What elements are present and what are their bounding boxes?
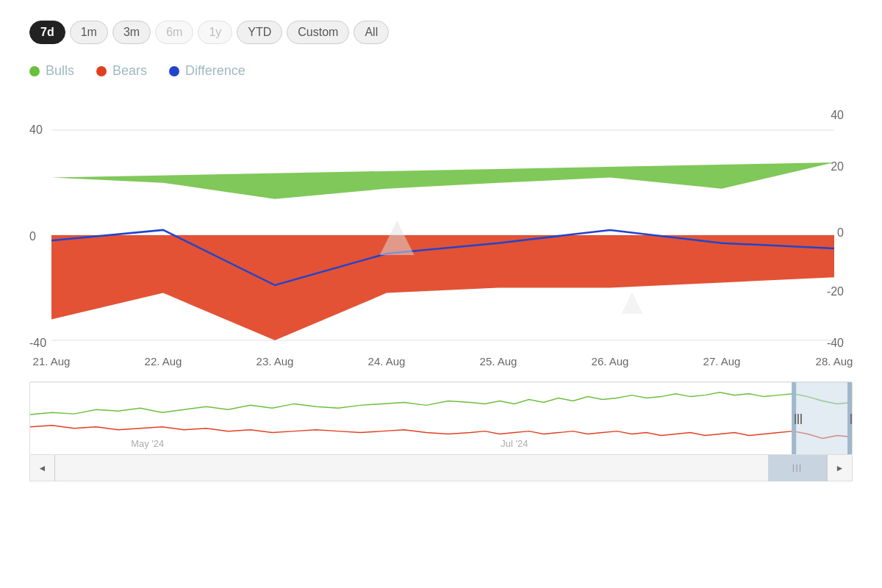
legend-dot-bulls — [29, 66, 40, 76]
time-controls: 7d1m3m6m1yYTDCustomAll — [0, 0, 882, 56]
navigator-label-jul: Jul '24 — [501, 438, 528, 449]
legend-item-bulls: Bulls — [29, 63, 74, 79]
x-label-28aug: 28. Aug — [816, 355, 853, 368]
legend-label-difference: Difference — [185, 63, 245, 79]
scroll-right-arrow[interactable]: ► — [827, 455, 852, 481]
navigator: ||| ||| May '24 Jul '24 — [29, 381, 853, 455]
time-btn-3m[interactable]: 3m — [112, 21, 151, 44]
y-axis-right-neg40: -40 — [827, 337, 844, 349]
legend-item-difference: Difference — [169, 63, 245, 79]
y-axis-left-0: 0 — [29, 230, 36, 243]
scroll-thumb[interactable]: ||| — [768, 455, 827, 481]
y-axis-left-40: 40 — [29, 123, 43, 136]
x-label-21aug: 21. Aug — [33, 355, 71, 368]
main-chart: 40 0 -40 40 20 0 -20 -40 ▲ ▲ 21. Aug 22.… — [29, 93, 853, 373]
bears-area — [51, 235, 834, 340]
legend-label-bears: Bears — [112, 63, 147, 79]
navigator-grip-right: ||| — [850, 412, 852, 424]
y-axis-left-neg40: -40 — [29, 337, 46, 349]
time-btn-6m: 6m — [155, 21, 193, 44]
time-btn-1y: 1y — [198, 21, 232, 44]
watermark2: ▲ — [614, 281, 650, 322]
x-label-25aug: 25. Aug — [480, 355, 517, 368]
watermark: ▲ — [368, 202, 426, 268]
scrollbar: ◄ ||| ► — [29, 455, 853, 481]
legend-label-bulls: Bulls — [46, 63, 74, 79]
legend-dot-bears — [96, 66, 107, 76]
navigator-grip-left: ||| — [794, 412, 803, 424]
y-axis-right-neg20: -20 — [827, 285, 844, 298]
x-label-24aug: 24. Aug — [368, 355, 406, 368]
scroll-grip: ||| — [792, 464, 803, 472]
time-btn-all[interactable]: All — [354, 21, 389, 44]
scroll-track: ||| — [55, 455, 827, 481]
scroll-left-arrow[interactable]: ◄ — [30, 455, 55, 481]
x-label-22aug: 22. Aug — [145, 355, 182, 368]
legend: Bulls Bears Difference — [0, 56, 882, 93]
time-btn-ytd[interactable]: YTD — [237, 21, 282, 44]
bulls-area — [51, 162, 834, 199]
navigator-label-may: May '24 — [131, 438, 164, 449]
y-axis-right-0: 0 — [837, 226, 844, 239]
y-axis-right-40: 40 — [831, 109, 844, 121]
x-label-26aug: 26. Aug — [592, 355, 629, 368]
time-btn-1m[interactable]: 1m — [70, 21, 108, 44]
legend-item-bears: Bears — [96, 63, 147, 79]
x-label-23aug: 23. Aug — [257, 355, 294, 368]
time-btn-7d[interactable]: 7d — [29, 21, 65, 44]
y-axis-right-20: 20 — [831, 160, 844, 173]
time-btn-custom[interactable]: Custom — [287, 21, 349, 44]
legend-dot-difference — [169, 66, 179, 76]
x-label-27aug: 27. Aug — [703, 355, 741, 368]
